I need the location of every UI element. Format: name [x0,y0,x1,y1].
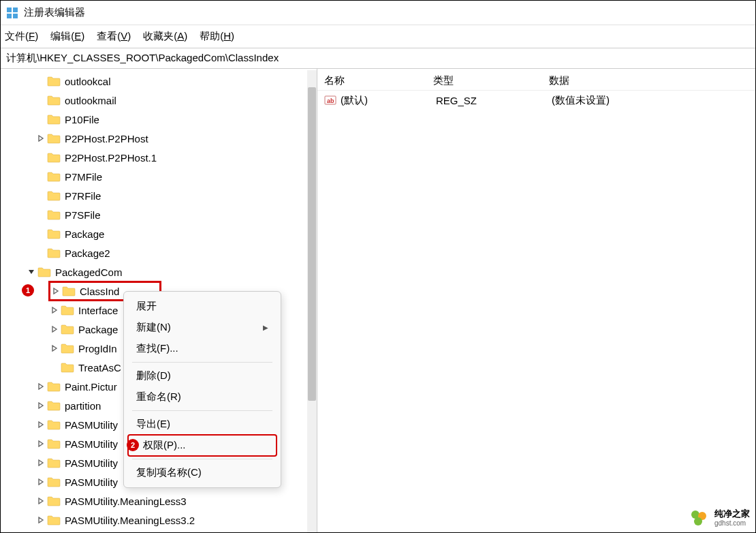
col-type-header[interactable]: 类型 [433,74,549,87]
tree-item[interactable]: Package2 [1,243,317,262]
menu-item-label: 新建(N) [136,321,171,334]
tree-item-label: Interface [78,305,118,316]
tree-item[interactable]: P7RFile [1,186,317,205]
folder-icon [47,247,61,258]
expander-icon [36,153,46,162]
tree-item-label: partition [65,400,101,412]
menu-item-label: 展开 [136,300,157,313]
folder-icon [62,286,76,296]
tree-item-label: PASMUtility [65,457,118,469]
tree-item-label: PASMUtility [65,476,118,488]
tree-item[interactable]: P10File [1,110,317,129]
menu-favorites[interactable]: 收藏夹(A) [143,30,187,43]
expander-icon[interactable] [36,477,46,487]
content-area: outlookcaloutlookmailP10FileP2PHost.P2PH… [1,69,755,533]
folder-icon [47,381,61,392]
col-name-header[interactable]: 名称 [317,74,433,87]
menu-item-rename[interactable]: 重命名(R) [128,386,277,408]
tree-item[interactable]: PASMUtility.MeaningLess3.2 [1,511,317,530]
menu-item-export[interactable]: 导出(E) [128,414,277,435]
tree-item-label: Package [65,228,104,240]
expander-icon[interactable] [36,134,46,143]
tree-item[interactable]: P7SFile [1,205,317,224]
tree-item-label: P7RFile [65,190,101,202]
list-row[interactable]: ab (默认) REG_SZ (数值未设置) [317,91,755,110]
list-header: 名称 类型 数据 [317,72,755,91]
tree-item[interactable]: outlookmail [1,91,317,110]
value-name: (默认) [341,94,436,107]
tree-item-label: P7MFile [65,171,102,183]
list-pane: 名称 类型 数据 ab (默认) REG_SZ (数值未设置) [317,69,755,533]
menu-item-permissions[interactable]: 权限(P)...2 [128,435,277,456]
tree-item[interactable]: PackagedCom [1,262,317,281]
expander-icon[interactable] [36,382,46,391]
expander-icon [36,76,46,86]
expander-icon [36,210,46,219]
tree-item-label: PASMUtility [65,419,118,431]
menu-edit[interactable]: 编辑(E) [50,30,84,43]
tree-item[interactable]: PASMUtility.MeaningLess3 [1,491,317,511]
tree-item[interactable]: P2PHost.P2PHost.1 [1,148,317,167]
folder-icon [61,362,74,373]
svg-point-8 [694,517,702,526]
watermark: 纯净之家 gdhst.com [689,508,750,528]
menu-item-copyname[interactable]: 复制项名称(C) [128,462,277,483]
chevron-right-icon: ▶ [263,324,268,331]
tree-item[interactable]: outlookcal [1,72,317,91]
folder-icon [61,305,74,316]
expander-icon[interactable] [27,267,36,277]
svg-rect-3 [13,14,18,18]
tree-item-label: TreatAsC [78,362,121,374]
expander-icon[interactable] [50,344,59,353]
expander-icon [36,115,46,124]
menu-item-label: 导出(E) [136,418,170,431]
tree-scrollbar[interactable] [307,70,317,532]
expander-icon[interactable] [36,401,46,410]
watermark-sub: gdhst.com [714,519,750,527]
folder-icon [47,152,61,163]
menu-item-find[interactable]: 查找(F)... [128,338,277,359]
folder-icon [47,419,61,430]
col-data-header[interactable]: 数据 [549,74,755,87]
expander-icon[interactable] [36,496,46,506]
folder-icon [47,171,61,182]
string-value-icon: ab [324,94,336,106]
tree-item-label: Package2 [65,247,110,259]
tree-item-label: PASMUtility [65,438,118,450]
expander-icon [50,363,59,372]
scrollbar-thumb[interactable] [308,87,316,401]
svg-rect-1 [13,7,18,12]
callout-badge: 1 [22,284,34,296]
expander-icon [36,191,46,200]
menu-item-label: 删除(D) [136,369,171,382]
expander-icon[interactable] [36,439,46,448]
menu-file[interactable]: 文件(F) [5,30,38,43]
svg-rect-0 [7,7,12,12]
tree-item[interactable]: P2PHost.P2PHost [1,129,317,148]
expander-icon[interactable] [50,324,59,334]
svg-text:ab: ab [327,97,334,104]
expander-icon[interactable] [51,286,61,296]
expander-icon [36,95,46,105]
expander-icon[interactable] [36,515,46,525]
watermark-text: 纯净之家 gdhst.com [714,509,750,526]
tree-item-label: outlookcal [65,76,111,87]
menu-item-new[interactable]: 新建(N)▶ [128,317,277,338]
menu-item-delete[interactable]: 删除(D) [128,365,277,386]
tree-item[interactable]: Package [1,224,317,243]
tree-item[interactable]: P7MFile [1,167,317,186]
expander-icon[interactable] [50,305,59,315]
menu-item-expand[interactable]: 展开 [128,296,277,317]
menu-item-label: 复制项名称(C) [136,466,202,479]
expander-icon[interactable] [36,458,46,468]
value-data: (数值未设置) [552,94,755,107]
context-menu[interactable]: 展开新建(N)▶查找(F)...删除(D)重命名(R)导出(E)权限(P)...… [123,291,281,488]
folder-icon [47,209,61,220]
address-bar[interactable]: 计算机\HKEY_CLASSES_ROOT\PackagedCom\ClassI… [1,48,755,69]
menu-view[interactable]: 查看(V) [97,30,131,43]
tree-item-label: P7SFile [65,209,101,221]
menu-help[interactable]: 帮助(H) [200,30,234,43]
expander-icon[interactable] [36,420,46,429]
tree-item-label: PASMUtility.MeaningLess3 [65,496,187,507]
folder-icon [61,343,74,354]
